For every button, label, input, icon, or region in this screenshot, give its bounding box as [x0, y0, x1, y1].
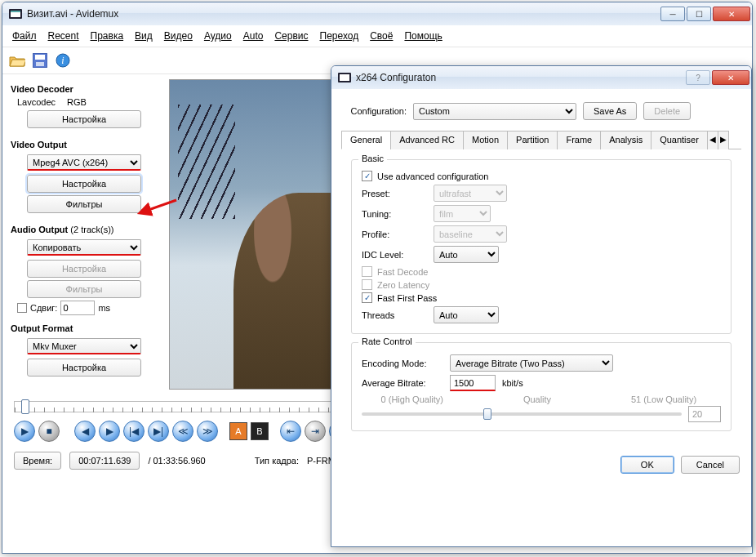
rate-legend: Rate Control [358, 336, 416, 346]
basic-legend: Basic [358, 154, 387, 163]
rewind-button[interactable]: ≪ [172, 421, 193, 442]
use-advanced-label: Use advanced configuration [377, 172, 488, 181]
quality-low-label: 0 (High Quality) [362, 394, 443, 404]
svg-line-8 [149, 200, 176, 210]
shift-checkbox[interactable] [17, 303, 27, 313]
quality-slider-thumb[interactable] [483, 408, 491, 420]
tab-quantiser[interactable]: Quantiser [651, 131, 708, 149]
time-value[interactable]: 00:07:11.639 [69, 452, 140, 470]
next-frame-button[interactable]: ▶ [99, 421, 120, 442]
marker-a-button[interactable]: A [229, 422, 247, 440]
audio-filters-button[interactable]: Фильтры [27, 280, 141, 298]
tab-scroll-left[interactable]: ◀ [707, 131, 718, 149]
prev-key-button[interactable]: |◀ [123, 421, 145, 442]
tab-motion[interactable]: Motion [463, 131, 508, 149]
forward-button[interactable]: ≫ [197, 421, 218, 442]
config-select[interactable]: Custom [413, 103, 576, 120]
prev-frame-button[interactable]: ◀ [74, 421, 96, 442]
delete-button: Delete [643, 102, 691, 120]
muxer-settings-button[interactable]: Настройка [27, 359, 141, 377]
ok-button[interactable]: OK [620, 456, 674, 474]
fast-first-checkbox[interactable]: ✓ [362, 292, 372, 303]
tab-partition[interactable]: Partition [507, 131, 558, 149]
menu-view[interactable]: Вид [130, 29, 158, 43]
x264-config-dialog: x264 Configuraton ? ✕ Configuration: Cus… [331, 65, 752, 547]
avg-bitrate-input[interactable] [450, 375, 496, 391]
play-button[interactable]: ▶ [14, 421, 35, 442]
quality-high-label: 51 (Low Quality) [631, 394, 721, 404]
video-codec-select[interactable]: Mpeg4 AVC (x264) [27, 154, 141, 171]
menu-custom[interactable]: Своё [365, 29, 398, 43]
profile-label: Profile: [362, 229, 427, 239]
decoder-lavcodec: Lavcodec [17, 97, 56, 107]
output-format-title: Output Format [11, 323, 166, 333]
tab-advanced-rc[interactable]: Advanced RC [390, 131, 464, 149]
svg-rect-2 [11, 11, 20, 12]
close-button[interactable]: ✕ [713, 7, 750, 21]
shift-value-input[interactable] [60, 301, 95, 315]
save-as-button[interactable]: Save As [583, 102, 637, 120]
video-settings-button[interactable]: Настройка [27, 175, 141, 193]
tab-general[interactable]: General [341, 131, 391, 149]
goto-a-button[interactable]: ⇤ [280, 421, 301, 442]
zero-latency-label: Zero Latency [377, 280, 429, 290]
menu-recent[interactable]: Recent [43, 29, 84, 43]
menu-video[interactable]: Видео [159, 29, 198, 43]
timeline-playhead[interactable] [21, 399, 29, 414]
muxer-select[interactable]: Mkv Muxer [27, 338, 141, 354]
shift-unit: ms [98, 303, 110, 313]
save-icon[interactable] [30, 51, 50, 70]
svg-rect-5 [36, 62, 44, 66]
audio-settings-button[interactable]: Настройка [27, 260, 141, 278]
sidebar: Video Decoder Lavcodec RGB Настройка Vid… [11, 79, 166, 390]
profile-select: baseline [434, 225, 507, 243]
app-icon [9, 7, 22, 20]
open-icon[interactable] [7, 51, 27, 70]
svg-rect-4 [35, 55, 45, 60]
main-titlebar[interactable]: Визит.avi - Avidemux ─ ☐ ✕ [2, 2, 752, 25]
dialog-titlebar[interactable]: x264 Configuraton ? ✕ [331, 66, 751, 89]
svg-text:i: i [61, 55, 64, 66]
tab-frame[interactable]: Frame [557, 131, 601, 149]
decoder-settings-button[interactable]: Настройка [27, 110, 141, 128]
threads-select[interactable]: Auto [434, 306, 499, 323]
avg-bitrate-unit: kbit/s [502, 378, 523, 388]
cancel-button[interactable]: Cancel [681, 456, 740, 474]
tab-analysis[interactable]: Analysis [600, 131, 651, 149]
quality-mid-label: Quality [450, 394, 625, 404]
maximize-button[interactable]: ☐ [687, 7, 711, 21]
menu-auto[interactable]: Auto [238, 29, 269, 43]
next-key-button[interactable]: ▶| [148, 421, 169, 442]
dialog-title: x264 Configuraton [356, 72, 686, 83]
quality-slider[interactable] [362, 412, 682, 416]
menu-audio[interactable]: Аудио [199, 29, 237, 43]
frame-type-label: Тип кадра: [255, 456, 299, 466]
video-output-title: Video Output [11, 140, 166, 149]
avg-bitrate-label: Average Bitrate: [362, 378, 443, 388]
encoding-mode-select[interactable]: Average Bitrate (Two Pass) [450, 354, 613, 372]
config-label: Configuration: [341, 106, 407, 116]
time-label: Время: [14, 452, 61, 470]
threads-label: Threads [362, 310, 427, 320]
svg-rect-10 [340, 74, 349, 81]
idc-select[interactable]: Auto [434, 246, 499, 263]
minimize-button[interactable]: ─ [660, 7, 685, 21]
goto-b-button[interactable]: ⇥ [305, 421, 326, 442]
info-icon[interactable]: i [53, 51, 73, 70]
dialog-close-button[interactable]: ✕ [712, 70, 749, 85]
marker-b-button[interactable]: B [251, 422, 269, 440]
audio-mode-select[interactable]: Копировать [27, 239, 141, 256]
fast-first-label: Fast First Pass [377, 293, 437, 303]
use-advanced-checkbox[interactable]: ✓ [362, 171, 372, 181]
tab-scroll-right[interactable]: ▶ [718, 131, 729, 149]
menu-help[interactable]: Помощь [399, 29, 447, 43]
menu-file[interactable]: Файл [7, 29, 42, 43]
quality-value-input [688, 406, 721, 422]
fast-decode-label: Fast Decode [377, 267, 428, 277]
video-filters-button[interactable]: Фильтры [27, 195, 141, 213]
menu-goto[interactable]: Переход [315, 29, 364, 43]
menu-edit[interactable]: Правка [86, 29, 129, 43]
dialog-icon [338, 71, 351, 84]
menu-tools[interactable]: Сервис [269, 29, 313, 43]
stop-button[interactable]: ■ [38, 421, 60, 442]
